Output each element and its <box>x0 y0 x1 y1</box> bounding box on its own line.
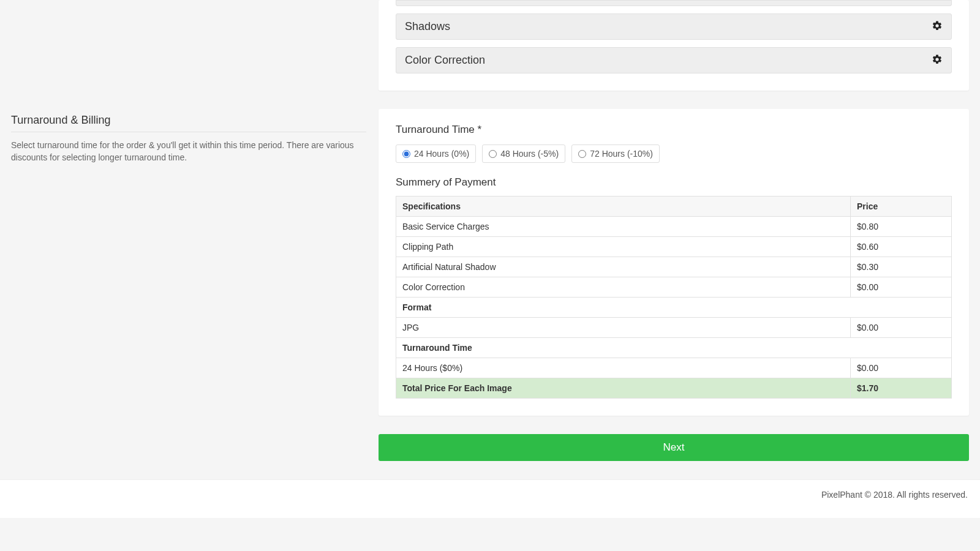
summary-table: Specifications Price Basic Service Charg… <box>396 196 952 399</box>
turnaround-option-48-label: 48 Hours (-5%) <box>500 149 559 159</box>
row-jpg-price: $0.00 <box>851 318 952 338</box>
row-clipping-price: $0.60 <box>851 237 952 257</box>
row-format-header: Format <box>396 298 952 318</box>
table-row: JPG $0.00 <box>396 318 952 338</box>
table-row: Basic Service Charges $0.80 <box>396 217 952 237</box>
table-row: Format <box>396 298 952 318</box>
turnaround-option-72-label: 72 Hours (-10%) <box>590 149 653 159</box>
row-color-label: Color Correction <box>396 277 851 298</box>
row-shadow-price: $0.30 <box>851 257 952 277</box>
row-tat-price: $0.00 <box>851 358 952 378</box>
turnaround-option-72[interactable]: 72 Hours (-10%) <box>571 144 660 163</box>
summary-heading: Summery of Payment <box>396 176 952 189</box>
turnaround-billing-title: Turnaround & Billing <box>11 114 366 132</box>
row-shadow-label: Artificial Natural Shadow <box>396 257 851 277</box>
next-button[interactable]: Next <box>379 434 969 461</box>
table-row: Color Correction $0.00 <box>396 277 952 298</box>
turnaround-option-48[interactable]: 48 Hours (-5%) <box>482 144 565 163</box>
row-tat-label: 24 Hours ($0%) <box>396 358 851 378</box>
table-row-total: Total Price For Each Image $1.70 <box>396 378 952 399</box>
accordion-placeholder <box>396 0 952 6</box>
row-clipping-label: Clipping Path <box>396 237 851 257</box>
turnaround-billing-description: Select turnaround time for the order & y… <box>11 140 366 163</box>
table-row: Artificial Natural Shadow $0.30 <box>396 257 952 277</box>
row-basic-price: $0.80 <box>851 217 952 237</box>
turnaround-radio-24[interactable] <box>402 150 410 158</box>
turnaround-option-24-label: 24 Hours (0%) <box>414 149 469 159</box>
table-row: Clipping Path $0.60 <box>396 237 952 257</box>
row-color-price: $0.00 <box>851 277 952 298</box>
accordion-shadows[interactable]: Shadows <box>396 13 952 40</box>
summary-header-price: Price <box>851 197 952 217</box>
gear-icon[interactable] <box>932 20 943 33</box>
turnaround-radio-72[interactable] <box>578 150 586 158</box>
footer-text: PixelPhant © 2018. All rights reserved. <box>0 479 980 518</box>
row-basic-label: Basic Service Charges <box>396 217 851 237</box>
accordion-shadows-label: Shadows <box>405 20 450 33</box>
accordion-color-correction[interactable]: Color Correction <box>396 47 952 73</box>
turnaround-radio-group: 24 Hours (0%) 48 Hours (-5%) 72 Hours (-… <box>396 144 952 163</box>
row-jpg-label: JPG <box>396 318 851 338</box>
table-row: Turnaround Time <box>396 338 952 358</box>
summary-header-spec: Specifications <box>396 197 851 217</box>
turnaround-option-24[interactable]: 24 Hours (0%) <box>396 144 476 163</box>
gear-icon[interactable] <box>932 54 943 67</box>
turnaround-radio-48[interactable] <box>489 150 497 158</box>
table-row: 24 Hours ($0%) $0.00 <box>396 358 952 378</box>
accordion-color-correction-label: Color Correction <box>405 54 485 67</box>
row-total-price: $1.70 <box>851 378 952 399</box>
turnaround-time-heading: Turnaround Time * <box>396 109 952 136</box>
row-total-label: Total Price For Each Image <box>396 378 851 399</box>
row-turnaround-header: Turnaround Time <box>396 338 952 358</box>
